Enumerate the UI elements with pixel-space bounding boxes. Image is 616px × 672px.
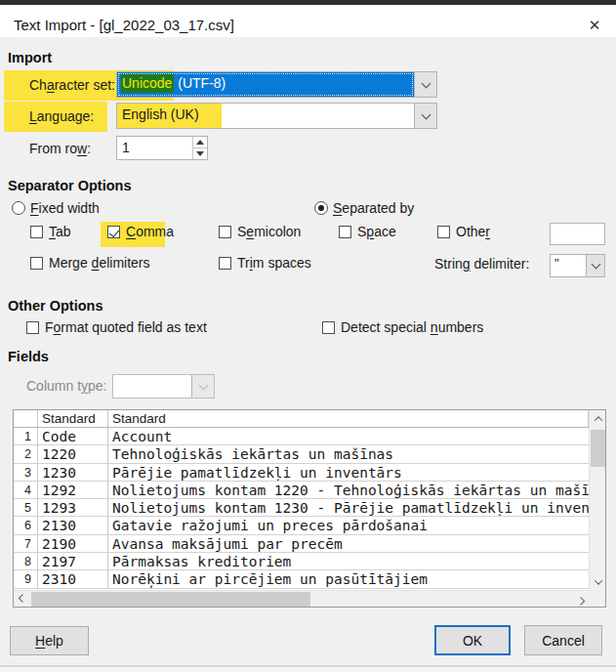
tab-checkbox[interactable]	[30, 226, 43, 238]
cell-code[interactable]: 1220	[38, 445, 108, 462]
background-below-dialog	[0, 667, 616, 672]
table-row[interactable]: 1 Code Account	[14, 428, 589, 445]
string-delimiter-combobox[interactable]: "	[550, 254, 605, 277]
detect-special-numbers-checkbox[interactable]	[322, 321, 335, 334]
other-label[interactable]: Other	[456, 224, 490, 239]
other-options-heading: Other Options	[8, 298, 103, 314]
detect-special-numbers-label[interactable]: Detect special numbers	[341, 319, 483, 335]
column-type-dropdown-button	[191, 375, 214, 398]
chevron-down-icon	[421, 109, 431, 119]
scroll-right-icon[interactable]	[572, 591, 589, 608]
cell-account[interactable]: Avansa maksājumi par precēm	[108, 535, 589, 552]
table-row[interactable]: 6 2130 Gatavie ražojumi un preces pārdoš…	[14, 517, 589, 534]
header-col2[interactable]: Standard	[108, 410, 589, 427]
ok-button[interactable]: OK	[434, 625, 511, 655]
scroll-up-icon[interactable]	[590, 410, 606, 427]
column-type-combobox	[112, 374, 215, 399]
fixed-width-radio[interactable]	[12, 201, 25, 215]
table-header-row: Standard Standard	[14, 410, 589, 428]
horizontal-scrollbar[interactable]	[14, 590, 589, 607]
charset-value-highlighted: Unicode	[121, 74, 174, 93]
table-row[interactable]: 9 2310 Norēķini ar pircējiem un pasūtītā…	[14, 570, 589, 588]
spin-down-icon[interactable]	[193, 148, 207, 159]
column-type-label: Column type:	[26, 378, 107, 394]
semicolon-label[interactable]: Semicolon	[237, 224, 301, 239]
cell-account[interactable]: Tehnoloģiskās iekārtas un mašīnas	[108, 445, 589, 462]
from-row-label: From row:	[29, 141, 91, 156]
row-number: 7	[14, 535, 38, 552]
cell-code[interactable]: 2310	[38, 570, 108, 587]
cell-account[interactable]: Nolietojums kontam 1230 - Pārējie pamatl…	[108, 499, 589, 516]
cell-account[interactable]: Gatavie ražojumi un preces pārdošanai	[108, 517, 589, 533]
row-number: 5	[14, 499, 38, 516]
cell-code[interactable]: 2197	[38, 553, 108, 569]
space-checkbox[interactable]	[339, 226, 351, 238]
scroll-left-icon[interactable]	[14, 591, 30, 608]
cell-account[interactable]: Account	[108, 428, 589, 444]
vertical-scrollbar[interactable]	[589, 410, 605, 590]
table-row[interactable]: 2 1220 Tehnoloģiskās iekārtas un mašīnas	[14, 445, 589, 463]
space-label[interactable]: Space	[357, 224, 396, 239]
cell-account[interactable]: Pārmaksas kreditoriem	[108, 553, 589, 569]
table-row[interactable]: 4 1292 Nolietojums kontam 1220 - Tehnolo…	[14, 482, 589, 499]
other-checkbox[interactable]	[437, 226, 450, 238]
cancel-button[interactable]: Cancel	[524, 625, 602, 655]
charset-dropdown-button[interactable]	[414, 72, 436, 97]
cell-code[interactable]: Code	[38, 428, 108, 444]
table-row[interactable]: 5 1293 Nolietojums kontam 1230 - Pārējie…	[14, 499, 589, 517]
spin-up-icon[interactable]	[193, 137, 207, 148]
format-quoted-label[interactable]: Format quoted field as text	[45, 319, 207, 335]
cell-code[interactable]: 2190	[38, 535, 108, 552]
merge-delimiters-checkbox[interactable]	[30, 257, 43, 270]
row-number: 1	[14, 428, 38, 444]
separated-by-label[interactable]: Separated by	[333, 200, 414, 216]
language-dropdown-button[interactable]	[414, 104, 436, 128]
semicolon-checkbox[interactable]	[219, 226, 231, 238]
merge-delimiters-label[interactable]: Merge delimiters	[49, 255, 150, 271]
tab-label[interactable]: Tab	[49, 224, 71, 239]
row-number: 2	[14, 445, 38, 462]
cell-code[interactable]: 1230	[38, 464, 108, 481]
row-number: 3	[14, 464, 38, 481]
from-row-stepper[interactable]: 1	[116, 136, 208, 160]
cell-account[interactable]: Norēķini ar pircējiem un pasūtītājiem	[108, 570, 589, 587]
dialog-title: Text Import - [gl_2022_03_17.csv]	[14, 17, 234, 33]
language-combobox[interactable]: English (UK)	[116, 103, 437, 129]
vertical-scroll-thumb[interactable]	[591, 430, 605, 467]
cell-code[interactable]: 1293	[38, 499, 108, 516]
table-rows: 1 Code Account 2 1220 Tehnoloģiskās iekā…	[14, 428, 589, 589]
help-button-label: Help	[35, 633, 63, 649]
table-row[interactable]: 3 1230 Pārējie pamatlīdzekļi un inventār…	[14, 464, 589, 482]
import-heading: Import	[8, 50, 52, 65]
string-delimiter-dropdown-button[interactable]	[586, 255, 604, 276]
cell-account[interactable]: Nolietojums kontam 1220 - Tehnoloģiskās …	[108, 482, 589, 498]
comma-checkbox[interactable]	[107, 226, 120, 238]
header-col1[interactable]: Standard	[38, 410, 108, 427]
table-row[interactable]: 8 2197 Pārmaksas kreditoriem	[14, 553, 589, 570]
chevron-down-icon	[421, 78, 431, 88]
separated-by-radio[interactable]	[314, 201, 328, 215]
table-row[interactable]: 7 2190 Avansa maksājumi par precēm	[14, 535, 589, 553]
text-import-dialog: Text Import - [gl_2022_03_17.csv] ✕ Impo…	[0, 0, 616, 672]
scroll-down-icon[interactable]	[590, 573, 606, 590]
trim-spaces-checkbox[interactable]	[219, 257, 231, 270]
horizontal-scroll-thumb[interactable]	[31, 592, 310, 607]
cell-code[interactable]: 1292	[38, 482, 108, 498]
format-quoted-checkbox[interactable]	[26, 321, 39, 334]
language-label: Language:	[29, 108, 94, 124]
row-number: 9	[14, 570, 38, 587]
charset-value: Unicode (UTF-8)	[117, 72, 414, 97]
trim-spaces-label[interactable]: Trim spaces	[237, 255, 311, 271]
cell-account[interactable]: Pārējie pamatlīdzekļi un inventārs	[108, 464, 589, 481]
close-icon[interactable]: ✕	[582, 14, 607, 37]
cell-code[interactable]: 2130	[38, 517, 108, 533]
charset-combobox[interactable]: Unicode (UTF-8)	[116, 71, 437, 98]
row-number: 8	[14, 553, 38, 569]
other-separator-input[interactable]	[550, 223, 605, 245]
charset-label: Character set:	[29, 77, 115, 93]
fixed-width-label[interactable]: Fixed width	[30, 200, 100, 216]
from-row-value[interactable]: 1	[117, 137, 192, 159]
comma-label[interactable]: Comma	[126, 224, 174, 239]
help-button[interactable]: Help	[10, 626, 89, 655]
row-number: 6	[14, 517, 38, 533]
